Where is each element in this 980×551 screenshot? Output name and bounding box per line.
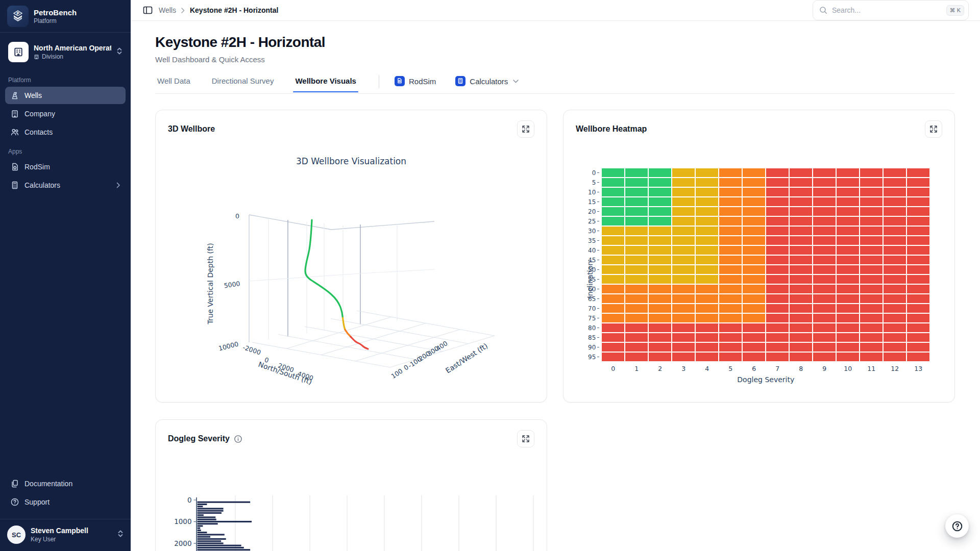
app-link-calculators[interactable]: Calculators — [455, 76, 519, 92]
sidebar-item-contacts[interactable]: Contacts — [5, 123, 126, 141]
heatmap-y-tick: 40 — [588, 246, 599, 255]
heatmap-cell — [602, 217, 624, 226]
heatmap-cell — [672, 236, 695, 245]
heatmap-cell — [907, 178, 929, 187]
heatmap-cell — [790, 246, 812, 255]
expand-button[interactable] — [517, 120, 534, 138]
heatmap-cell — [672, 217, 695, 226]
expand-button[interactable] — [925, 120, 942, 138]
info-icon[interactable] — [234, 435, 242, 443]
heatmap-y-tick: 95 — [588, 353, 599, 361]
sidebar-item-company[interactable]: Company — [5, 105, 126, 122]
expand-button[interactable] — [517, 430, 534, 447]
brand-name: PetroBench — [34, 8, 77, 17]
heatmap-cell — [766, 217, 789, 226]
heatmap-cell — [649, 323, 671, 332]
chevron-right-icon — [181, 8, 185, 13]
heatmap-cell — [813, 246, 836, 255]
heatmap-cell — [672, 178, 695, 187]
sidebar-item-support[interactable]: Support — [5, 493, 126, 511]
user-menu[interactable]: SC Steven Campbell Key User — [0, 519, 131, 551]
heatmap-x-tick: 0 — [602, 365, 624, 372]
dls-bar — [198, 540, 222, 542]
breadcrumb-wells-link[interactable]: Wells — [159, 6, 176, 14]
sidebar-item-label: Support — [24, 498, 50, 506]
dogleg-severity-chart[interactable]: 010002000 — [168, 472, 535, 551]
heatmap-cell — [837, 236, 859, 245]
heatmap-cell — [649, 304, 671, 313]
heatmap-cell — [649, 217, 671, 226]
sidebar-item-calculators[interactable]: Calculators — [5, 177, 126, 194]
heatmap-cell — [625, 217, 648, 226]
heatmap-grid — [602, 168, 929, 361]
petrobench-logo-icon: P — [7, 6, 29, 27]
heatmap-cell — [625, 227, 648, 235]
heatmap-cell — [743, 304, 765, 313]
heatmap-cell — [860, 217, 883, 226]
heatmap-cell — [907, 333, 929, 342]
dls-bar — [198, 504, 207, 505]
heatmap-cell — [790, 168, 812, 177]
heatmap-y-tick: 70 — [588, 304, 599, 313]
search-input[interactable]: Search... ⌘ K — [813, 0, 969, 20]
user-name: Steven Campbell — [31, 527, 112, 536]
heatmap-cell — [790, 236, 812, 245]
dls-bar — [198, 528, 201, 529]
heatmap-cell — [766, 197, 789, 206]
org-switcher[interactable]: North American Operat Division — [5, 39, 126, 65]
sidebar-item-documentation[interactable]: Documentation — [5, 475, 126, 492]
heatmap-cell — [696, 304, 718, 313]
sidebar-item-wells[interactable]: Wells — [5, 87, 126, 104]
help-circle-icon — [951, 520, 963, 532]
heatmap-cell — [884, 188, 906, 196]
card-title: 3D Wellbore — [168, 124, 215, 134]
sidebar-item-label: Contacts — [24, 128, 53, 136]
org-name: North American Operat — [34, 44, 111, 52]
tab-directional-survey[interactable]: Directional Survey — [210, 77, 276, 92]
heatmap-cell — [766, 285, 789, 293]
heatmap-cell — [860, 275, 883, 284]
heatmap-cell — [696, 353, 718, 361]
heatmap-cell — [837, 314, 859, 322]
breadcrumb: Wells Keystone #2H - Horizontal — [159, 6, 278, 14]
help-button[interactable] — [945, 514, 969, 538]
heatmap-cell — [837, 256, 859, 264]
heatmap-cell — [884, 275, 906, 284]
card-3d-wellbore: 3D Wellbore 3D Wellbore Visualization — [155, 110, 547, 403]
app-link-rodsim[interactable]: RodSim — [395, 76, 436, 92]
wellbore-heatmap-plot[interactable]: Inclination 0510152025303540455055606570… — [576, 168, 942, 384]
heatmap-cell — [907, 304, 929, 313]
heatmap-cell — [672, 168, 695, 177]
heatmap-cell — [790, 323, 812, 332]
heatmap-cell — [884, 265, 906, 274]
tab-well-data[interactable]: Well Data — [155, 77, 192, 92]
wellbore-3d-plot[interactable]: 0500010000-2000020004000-400-300-200-100… — [188, 167, 546, 397]
heatmap-cell — [696, 217, 718, 226]
heatmap-cell — [813, 265, 836, 274]
brand: P PetroBench Platform — [0, 0, 131, 33]
dls-bar — [198, 534, 225, 535]
heatmap-x-tick: 10 — [837, 365, 859, 372]
heatmap-cell — [766, 353, 789, 361]
rodsim-app-icon — [396, 77, 404, 85]
heatmap-cell — [837, 217, 859, 226]
heatmap-cell — [602, 236, 624, 245]
sidebar-item-rodsim[interactable]: RodSim — [5, 158, 126, 176]
tab-wellbore-visuals[interactable]: Wellbore Visuals — [293, 77, 358, 92]
heatmap-cell — [813, 217, 836, 226]
dls-bar — [198, 542, 224, 544]
help-icon — [10, 497, 19, 507]
dls-bar — [198, 510, 224, 512]
heatmap-cell — [790, 314, 812, 322]
chevron-updown-icon — [116, 47, 122, 57]
heatmap-cell — [696, 343, 718, 352]
heatmap-cell — [884, 333, 906, 342]
heatmap-cell — [672, 188, 695, 196]
heatmap-cell — [743, 197, 765, 206]
sidebar-toggle-icon[interactable] — [143, 6, 153, 15]
heatmap-cell — [860, 285, 883, 293]
heatmap-cell — [649, 275, 671, 284]
heatmap-cell — [860, 178, 883, 187]
heatmap-cell — [766, 275, 789, 284]
heatmap-cell — [884, 168, 906, 177]
